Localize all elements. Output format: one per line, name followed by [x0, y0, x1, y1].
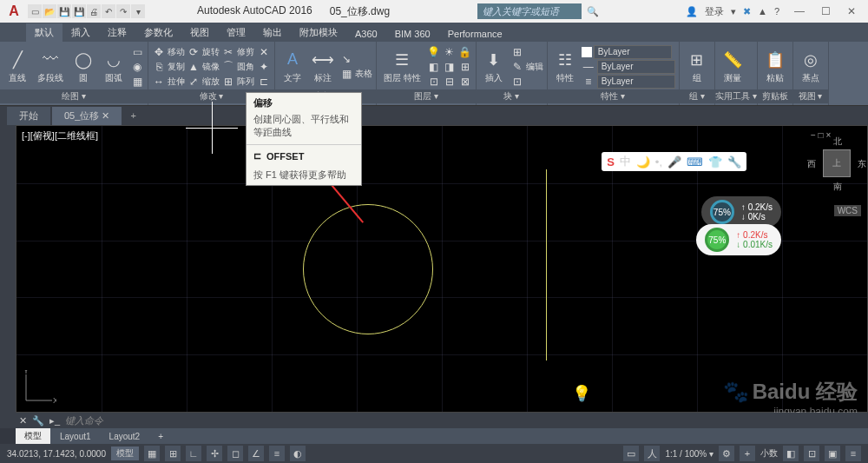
tab-output[interactable]: 输出 — [254, 23, 291, 42]
measure-button[interactable]: 📏测量 — [719, 48, 746, 86]
viewcube[interactable]: − □ × 北 南 西 东 上 WCS — [811, 130, 863, 200]
perf-widget-dark[interactable]: 75% ↑ 0.2K/s↓ 0K/s — [701, 196, 781, 228]
rect-icon[interactable]: ▭ — [130, 45, 144, 59]
lightbulb-icon[interactable]: 💡 — [572, 384, 591, 403]
help-icon[interactable]: ? — [774, 6, 779, 17]
login-label[interactable]: 登录 — [705, 5, 724, 18]
panel-title-draw[interactable]: 绘图 ▾ — [0, 89, 148, 103]
line-button[interactable]: ╱直线 — [3, 48, 31, 86]
qa-plot-icon[interactable]: 🖨 — [87, 4, 101, 18]
cmd-config-icon[interactable]: 🔧 — [32, 415, 44, 427]
qa-more-icon[interactable]: ▾ — [131, 4, 145, 18]
panel-title-clip[interactable]: 剪贴板 — [758, 89, 792, 103]
layout-2[interactable]: Layout2 — [101, 430, 149, 443]
cmd-close-icon[interactable]: ✕ — [19, 415, 27, 427]
layout-1[interactable]: Layout1 — [51, 430, 100, 443]
insert-button[interactable]: ⬇插入 — [480, 48, 508, 86]
tab-addins[interactable]: 附加模块 — [291, 23, 346, 42]
share-icon[interactable]: ▲ — [758, 6, 767, 17]
tab-view[interactable]: 视图 — [181, 23, 218, 42]
tab-manage[interactable]: 管理 — [218, 23, 254, 42]
linetype-combo[interactable]: ByLayer — [597, 75, 675, 89]
layout-model[interactable]: 模型 — [16, 428, 50, 444]
qa-undo-icon[interactable]: ↶ — [102, 4, 115, 18]
panel-title-block[interactable]: 块 ▾ — [477, 89, 547, 103]
layer-state-icon[interactable]: 💡 — [427, 45, 441, 59]
offset-icon[interactable]: ⊏ — [257, 75, 271, 89]
mirror-icon[interactable]: ▲ — [187, 60, 201, 74]
plus-icon[interactable]: + — [740, 446, 755, 461]
panel-title-util[interactable]: 实用工具 ▾ — [715, 89, 757, 103]
attr-icon[interactable]: ⊡ — [510, 75, 524, 89]
file-tab-add[interactable]: + — [123, 108, 142, 123]
layout-add[interactable]: + — [149, 430, 172, 443]
command-line[interactable]: ✕ 🔧 ▸_ 键入命令 — [16, 413, 868, 428]
color-combo[interactable]: ByLayer — [594, 45, 672, 59]
hardware-icon[interactable]: ⊡ — [804, 446, 819, 461]
search-input[interactable]: 键入关键字或短语 — [477, 3, 582, 19]
layer-props-button[interactable]: ☰图层 特性 — [380, 48, 424, 86]
base-button[interactable]: ◎基点 — [797, 48, 825, 86]
tab-parametric[interactable]: 参数化 — [135, 23, 181, 42]
tab-bim360[interactable]: BIM 360 — [386, 26, 439, 42]
doc-controls[interactable]: − □ × — [811, 130, 831, 140]
tab-performance[interactable]: Performance — [439, 26, 511, 42]
modelspace-icon[interactable]: ▭ — [623, 446, 639, 461]
ime-toolbar[interactable]: S 中 🌙 •, 🎤 ⌨ 👕 🔧 — [602, 152, 746, 171]
rotate-icon[interactable]: ⟳ — [187, 45, 201, 59]
isolate-icon[interactable]: ◧ — [783, 446, 799, 461]
otrack-toggle-icon[interactable]: ∠ — [248, 446, 264, 461]
login-icon[interactable]: 👤 — [686, 6, 698, 17]
qa-save-icon[interactable]: 💾 — [57, 4, 71, 18]
scale-icon[interactable]: ⤢ — [187, 75, 201, 89]
window-close-icon[interactable]: ✕ — [838, 3, 865, 20]
qa-redo-icon[interactable]: ↷ — [116, 4, 130, 18]
panel-title-view[interactable]: 视图 ▾ — [793, 89, 828, 103]
explode-icon[interactable]: ✦ — [257, 60, 271, 74]
search-icon[interactable]: 🔍 — [587, 6, 599, 17]
ortho-toggle-icon[interactable]: ∟ — [186, 446, 201, 461]
window-maximize-icon[interactable]: ☐ — [812, 3, 838, 20]
file-tab-start[interactable]: 开始 — [7, 107, 50, 125]
exchange-icon[interactable]: ✖ — [743, 6, 751, 17]
drawing-circle[interactable] — [303, 204, 433, 334]
group-button[interactable]: ⊞组 — [683, 48, 711, 86]
polar-toggle-icon[interactable]: ✢ — [207, 446, 222, 461]
model-badge[interactable]: 模型 — [111, 446, 139, 460]
move-icon[interactable]: ✥ — [152, 45, 166, 59]
table-icon[interactable]: ▦ — [339, 67, 353, 81]
zoom-level[interactable]: 1:1 / 100% ▾ — [665, 449, 713, 459]
snap-toggle-icon[interactable]: ⊞ — [165, 446, 181, 461]
props-button[interactable]: ☷特性 — [551, 48, 579, 86]
wcs-label[interactable]: WCS — [834, 205, 861, 216]
perf-widget-light[interactable]: 75% ↑ 0.2K/s↓ 0.01K/s — [696, 224, 781, 255]
qa-new-icon[interactable]: ▭ — [28, 4, 42, 18]
qa-saveas-icon[interactable]: 💾 — [72, 4, 86, 18]
grid-toggle-icon[interactable]: ▦ — [144, 446, 160, 461]
circle-button[interactable]: ◯圆 — [69, 48, 97, 86]
gear-icon[interactable]: ⚙ — [719, 446, 734, 461]
panel-title-layer[interactable]: 图层 ▾ — [377, 89, 476, 103]
layer-match-icon[interactable]: ⊡ — [427, 75, 441, 89]
tab-a360[interactable]: A360 — [346, 26, 386, 42]
paste-button[interactable]: 📋粘贴 — [761, 48, 789, 86]
panel-title-group[interactable]: 组 ▾ — [680, 89, 714, 103]
osnap-toggle-icon[interactable]: ◻ — [227, 446, 243, 461]
dimension-button[interactable]: ⟷标注 — [309, 48, 337, 86]
clean-icon[interactable]: ▣ — [825, 446, 840, 461]
customize-icon[interactable]: ≡ — [845, 446, 861, 461]
transparency-icon[interactable]: ◐ — [290, 446, 306, 461]
erase-icon[interactable]: ✕ — [257, 45, 271, 59]
tab-insert[interactable]: 插入 — [62, 23, 99, 42]
units-label[interactable]: 小数 — [760, 447, 778, 460]
ellipse-icon[interactable]: ◉ — [130, 60, 144, 74]
fillet-icon[interactable]: ⌒ — [221, 60, 235, 74]
create-block-icon[interactable]: ⊞ — [510, 45, 524, 59]
copy-icon[interactable]: ⎘ — [152, 60, 166, 74]
polyline-button[interactable]: 〰多段线 — [34, 48, 67, 86]
lweight-toggle-icon[interactable]: ≡ — [269, 446, 285, 461]
window-minimize-icon[interactable]: — — [786, 3, 812, 20]
edit-block-icon[interactable]: ✎ — [510, 60, 524, 74]
leader-icon[interactable]: ↘ — [339, 52, 353, 66]
array-icon[interactable]: ⊞ — [221, 75, 235, 89]
